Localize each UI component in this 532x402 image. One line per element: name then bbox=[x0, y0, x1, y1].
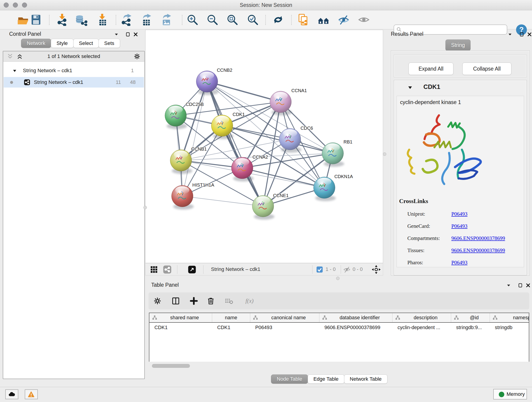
crosslink-link[interactable]: P06493 bbox=[451, 222, 467, 230]
network-edge-CCNB2-CCNE1[interactable] bbox=[207, 82, 263, 206]
hidden-count-eye-icon[interactable] bbox=[343, 266, 351, 274]
column-header-name[interactable]: name bbox=[212, 313, 250, 322]
open-session-button[interactable] bbox=[17, 13, 29, 26]
refresh-layout-button[interactable] bbox=[272, 13, 284, 26]
network-edge-HIST1H1A-CCNE1[interactable] bbox=[182, 196, 263, 206]
zoom-in-button[interactable] bbox=[186, 13, 199, 26]
table-row[interactable]: CDK1CDK1P064939606.ENSP00000378699cyclin… bbox=[149, 323, 529, 332]
zoom-fit-content-button[interactable] bbox=[226, 13, 239, 26]
tab-string[interactable]: String bbox=[445, 39, 471, 51]
main-toolbar: ? bbox=[0, 10, 532, 29]
network-list-box: 1 of 1 Network selected String Network –… bbox=[3, 51, 145, 379]
network-view-string-icon[interactable] bbox=[163, 265, 172, 274]
memory-button[interactable]: Memory bbox=[493, 389, 527, 400]
tab-style[interactable]: Style bbox=[51, 39, 74, 48]
tab-node-table[interactable]: Node Table bbox=[271, 375, 308, 384]
clone-network-button[interactable] bbox=[297, 13, 310, 26]
table-cell[interactable]: CDK1 bbox=[149, 323, 212, 332]
crosslink-link[interactable]: P06493 bbox=[451, 259, 467, 267]
network-collection-row[interactable]: String Network – cdk1 1 bbox=[4, 65, 144, 76]
birds-eye-view-icon[interactable] bbox=[371, 265, 381, 274]
show-columns-icon[interactable] bbox=[171, 297, 180, 305]
crosslink-link[interactable]: 9606.ENSP00000378699 bbox=[451, 247, 505, 254]
import-table-button[interactable] bbox=[96, 13, 108, 26]
table-panel-float-icon[interactable] bbox=[506, 282, 512, 288]
table-cell[interactable]: CDK1 bbox=[212, 323, 250, 332]
title-bar: Session: New Session bbox=[0, 0, 532, 10]
collapse-all-button[interactable]: Collapse All bbox=[462, 63, 511, 75]
splitter-grip-left[interactable] bbox=[143, 206, 147, 209]
shared-column-icon bbox=[395, 315, 400, 320]
tab-network-table[interactable]: Network Table bbox=[344, 375, 387, 384]
hide-selected-button[interactable] bbox=[337, 13, 350, 26]
network-options-gear-icon[interactable] bbox=[133, 53, 141, 60]
column-header-description[interactable]: description bbox=[393, 313, 451, 322]
network-edge-count: 48 bbox=[130, 77, 136, 88]
zoom-selected-region-button[interactable] bbox=[247, 13, 259, 26]
shared-column-icon bbox=[454, 315, 459, 320]
first-neighbors-button[interactable] bbox=[317, 13, 330, 26]
delete-column-icon[interactable] bbox=[206, 297, 215, 305]
cloud-button[interactable] bbox=[5, 389, 18, 399]
export-table-button[interactable] bbox=[140, 13, 152, 26]
crosslink-link[interactable]: 9606.ENSP00000378699 bbox=[451, 235, 505, 242]
add-column-icon[interactable] bbox=[190, 297, 198, 305]
protein-details: cyclin-dependent kinase 1 bbox=[397, 96, 524, 267]
export-image-button[interactable] bbox=[160, 13, 172, 26]
network-edge-CCNB2-HIST1H1A[interactable] bbox=[182, 82, 207, 196]
detach-view-icon[interactable] bbox=[188, 265, 196, 274]
control-panel-maximize-icon[interactable] bbox=[125, 32, 131, 37]
crosslink-link[interactable]: P06493 bbox=[451, 210, 467, 218]
control-panel-close-icon[interactable] bbox=[133, 32, 139, 37]
node-label-RB1: RB1 bbox=[343, 139, 352, 144]
import-network-from-database-button[interactable] bbox=[75, 13, 88, 26]
splitter-grip-right[interactable] bbox=[383, 153, 386, 156]
tab-network[interactable]: Network bbox=[21, 39, 51, 48]
table-cell[interactable]: P06493 bbox=[250, 323, 319, 332]
network-name: String Network – cdk1 bbox=[34, 77, 83, 88]
results-panel-maximize-icon[interactable] bbox=[519, 32, 525, 37]
warnings-button[interactable] bbox=[25, 389, 38, 399]
column-header-shared-name[interactable]: shared name bbox=[149, 313, 212, 322]
table-panel-close-icon[interactable] bbox=[525, 282, 531, 288]
table-settings-gear-icon[interactable] bbox=[153, 297, 162, 305]
selected-count-checkbox-icon[interactable] bbox=[316, 266, 323, 273]
results-panel-close-icon[interactable] bbox=[526, 32, 532, 37]
export-network-button[interactable] bbox=[120, 13, 133, 26]
tab-select[interactable]: Select bbox=[73, 39, 99, 48]
network-row-selected[interactable]: String Network – cdk1 11 48 bbox=[4, 77, 144, 88]
column-header-canonical-name[interactable]: canonical name bbox=[250, 313, 319, 322]
network-edge-CCNA2-CDKN1A[interactable] bbox=[242, 168, 324, 188]
shared-column-icon bbox=[253, 315, 258, 320]
column-header-namespace[interactable]: namespace bbox=[490, 313, 529, 322]
table-cell[interactable]: 9606.ENSP00000378699 bbox=[319, 323, 393, 332]
network-graph: CCNB2CCNA1CDC25BCDK1CDC6RB1CCNB1CCNA2CDK… bbox=[146, 30, 383, 263]
expand-all-button[interactable]: Expand All bbox=[409, 63, 453, 75]
netbar-separator bbox=[203, 265, 203, 274]
table-panel-maximize-icon[interactable] bbox=[517, 282, 523, 288]
crosslinks-heading: CrossLinks bbox=[399, 198, 428, 205]
protein-disclosure-icon[interactable] bbox=[407, 85, 413, 90]
zoom-out-button[interactable] bbox=[206, 13, 219, 26]
table-cell[interactable]: stringdb:9... bbox=[451, 323, 490, 332]
tab-edge-table[interactable]: Edge Table bbox=[308, 375, 344, 384]
tab-sets[interactable]: Sets bbox=[99, 39, 120, 48]
memory-status-dot bbox=[499, 392, 504, 397]
splitter-grip-bottom[interactable] bbox=[336, 277, 340, 280]
import-network-button[interactable] bbox=[56, 13, 68, 26]
node-label-CDK1: CDK1 bbox=[233, 112, 245, 117]
collection-disclosure-icon[interactable] bbox=[12, 69, 17, 73]
network-node-count: 11 bbox=[116, 77, 121, 88]
table-cell[interactable]: cyclin-dependent ... bbox=[393, 323, 451, 332]
results-panel-float-icon[interactable] bbox=[507, 32, 513, 37]
grid-view-icon[interactable] bbox=[150, 265, 158, 274]
column-header-database-identifier[interactable]: database identifier bbox=[319, 313, 393, 322]
save-session-button[interactable] bbox=[30, 13, 42, 26]
control-panel-float-icon[interactable] bbox=[114, 32, 119, 37]
results-content-box: Expand All Collapse All CDK1 cyclin-depe… bbox=[391, 51, 530, 275]
horizontal-scrollbar[interactable] bbox=[152, 364, 190, 368]
table-cell[interactable]: stringdb bbox=[490, 323, 529, 332]
show-all-button[interactable] bbox=[358, 13, 370, 26]
network-canvas[interactable]: CCNB2CCNA1CDC25BCDK1CDC6RB1CCNB1CCNA2CDK… bbox=[145, 30, 383, 263]
column-header-@id[interactable]: @id bbox=[451, 313, 490, 322]
